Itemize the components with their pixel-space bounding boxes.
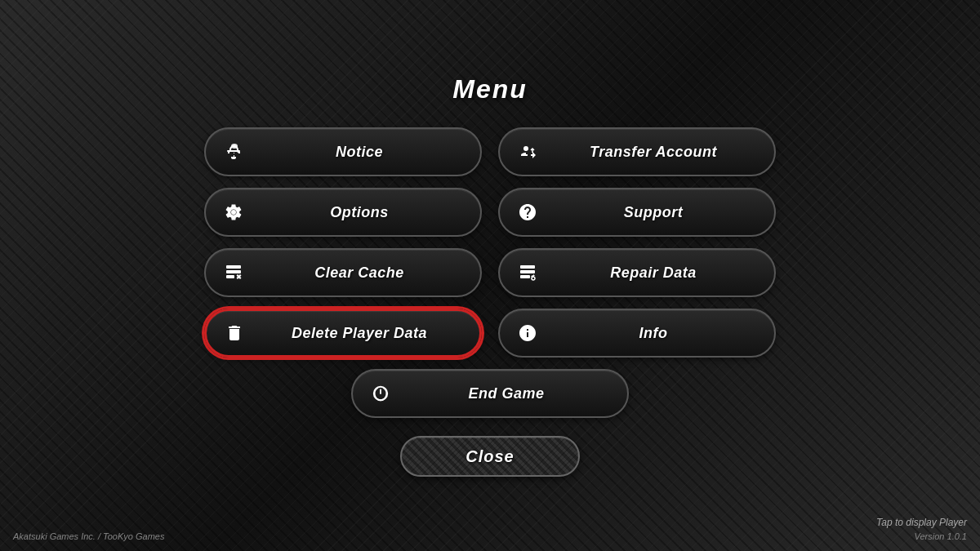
delete-player-data-icon <box>223 322 246 344</box>
close-button-wrap: Close <box>400 436 580 477</box>
notice-icon <box>222 140 245 163</box>
svg-rect-4 <box>226 265 241 269</box>
end-game-row: End Game <box>351 369 629 418</box>
repair-data-label: Repair Data <box>549 264 758 282</box>
svg-point-10 <box>532 277 535 280</box>
options-icon <box>222 201 245 224</box>
transfer-account-label: Transfer Account <box>549 144 758 161</box>
support-icon <box>516 201 539 224</box>
svg-point-0 <box>231 144 238 149</box>
clear-cache-label: Clear Cache <box>255 264 464 282</box>
delete-player-data-button[interactable]: Delete Player Data <box>204 309 482 358</box>
button-grid: Notice Transfer Account Options <box>204 127 776 358</box>
info-icon <box>516 322 539 344</box>
close-label: Close <box>466 447 514 466</box>
svg-point-3 <box>231 210 236 215</box>
delete-player-data-label: Delete Player Data <box>256 325 463 342</box>
info-button[interactable]: Info <box>498 309 776 358</box>
svg-rect-5 <box>226 270 241 273</box>
svg-point-2 <box>523 146 528 151</box>
transfer-account-button[interactable]: Transfer Account <box>498 127 776 176</box>
repair-data-button[interactable]: Repair Data <box>498 248 776 297</box>
clear-cache-icon <box>222 261 245 284</box>
menu-container: Menu Notice <box>0 0 980 551</box>
svg-rect-8 <box>520 270 535 273</box>
info-label: Info <box>549 325 758 342</box>
options-label: Options <box>255 204 464 221</box>
notice-button[interactable]: Notice <box>204 127 482 176</box>
svg-rect-6 <box>226 275 234 278</box>
svg-rect-9 <box>520 275 530 278</box>
menu-title: Menu <box>452 74 528 104</box>
repair-data-icon <box>516 261 539 284</box>
svg-rect-1 <box>227 150 240 152</box>
transfer-account-icon <box>516 140 539 163</box>
clear-cache-button[interactable]: Clear Cache <box>204 248 482 297</box>
options-button[interactable]: Options <box>204 188 482 237</box>
svg-rect-7 <box>520 265 535 269</box>
support-button[interactable]: Support <box>498 188 776 237</box>
support-label: Support <box>549 204 758 221</box>
end-game-icon <box>369 382 392 405</box>
close-button[interactable]: Close <box>400 436 580 477</box>
notice-label: Notice <box>255 144 464 161</box>
end-game-label: End Game <box>402 385 611 402</box>
end-game-button[interactable]: End Game <box>351 369 629 418</box>
